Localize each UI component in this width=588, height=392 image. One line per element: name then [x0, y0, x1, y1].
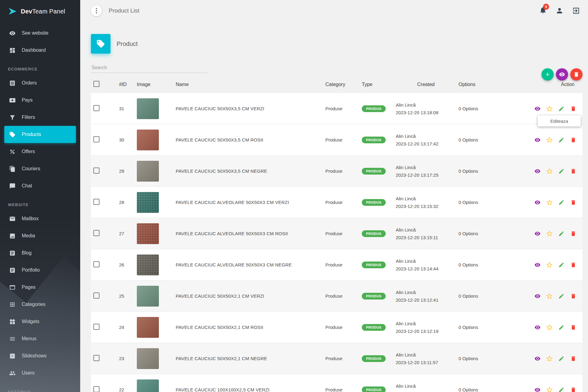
row-checkbox[interactable] [93, 230, 99, 236]
edit-icon[interactable] [558, 106, 564, 112]
delete-icon[interactable] [570, 231, 576, 237]
row-checkbox[interactable] [93, 199, 99, 205]
view-icon[interactable] [534, 199, 541, 205]
favorite-icon[interactable] [546, 137, 552, 143]
table-row[interactable]: 23 PAVELE CAUCIUC 50X50X2,1 CM NEGRE Pro… [91, 343, 582, 374]
favorite-icon[interactable] [546, 293, 552, 299]
delete-icon[interactable] [570, 199, 576, 205]
account-icon[interactable] [556, 7, 564, 15]
product-image[interactable] [137, 223, 159, 244]
favorite-icon[interactable] [546, 262, 552, 268]
sidebar-item-pages[interactable]: Pages [0, 279, 80, 296]
delete-button[interactable] [570, 68, 582, 81]
product-image[interactable] [137, 161, 159, 182]
edit-icon[interactable] [558, 168, 564, 174]
sidebar-item-couriers[interactable]: Couriers [0, 160, 80, 177]
favorite-icon[interactable] [546, 199, 552, 205]
favorite-icon[interactable] [546, 356, 552, 362]
row-checkbox[interactable] [93, 355, 99, 361]
view-icon[interactable] [534, 293, 541, 299]
row-checkbox[interactable] [93, 386, 99, 392]
view-icon[interactable] [534, 137, 541, 143]
favorite-icon[interactable] [546, 168, 552, 174]
favorite-icon[interactable] [546, 324, 552, 330]
sidebar-item-mailbox[interactable]: Mailbox [0, 210, 80, 227]
sidebar-item-dashboard[interactable]: Dashboard [0, 42, 80, 59]
table-row[interactable]: 27 PAVELE CAUCIUC ALVEOLARE 50X50X3 CM R… [91, 218, 582, 249]
sidebar-item-users[interactable]: Users [0, 364, 80, 382]
search-input[interactable] [91, 63, 207, 73]
sidebar-item-offers[interactable]: Offers [0, 143, 80, 160]
table-row[interactable]: 29 PAVELE CAUCIUC 50X50X3,5 CM NEGRE Pro… [91, 156, 582, 187]
view-icon[interactable] [534, 262, 541, 268]
favorite-icon[interactable] [546, 387, 552, 392]
brand[interactable]: DevTeam Panel [0, 0, 80, 23]
edit-icon[interactable] [558, 137, 564, 143]
delete-icon[interactable] [570, 324, 576, 330]
favorite-icon[interactable] [546, 231, 552, 237]
sidebar-item-media[interactable]: Media [0, 227, 80, 244]
sidebar-item-blog[interactable]: Blog [0, 244, 80, 262]
edit-icon[interactable] [558, 199, 564, 205]
delete-icon[interactable] [570, 293, 576, 299]
delete-icon[interactable] [570, 387, 576, 392]
notifications-button[interactable]: 0 [539, 6, 547, 15]
sidebar-item-orders[interactable]: Orders [0, 74, 80, 92]
table-row[interactable]: 22 PAVELE CAUCIUC 100X100X2,5 CM VERZI P… [91, 374, 582, 392]
add-button[interactable] [541, 68, 554, 81]
row-checkbox[interactable] [93, 324, 99, 330]
product-image[interactable] [137, 98, 159, 119]
edit-icon[interactable] [558, 293, 564, 299]
table-row[interactable]: 25 PAVELE CAUCIUC 50X50X2,1 CM VERZI Pro… [91, 281, 582, 312]
view-button[interactable] [556, 68, 568, 81]
row-checkbox[interactable] [93, 292, 99, 299]
view-icon[interactable] [534, 324, 541, 330]
view-icon[interactable] [534, 387, 541, 392]
logout-icon[interactable] [572, 7, 580, 15]
view-icon[interactable] [534, 106, 541, 112]
created-by: Alin Lincă [396, 382, 455, 390]
table-row[interactable]: 28 PAVELE CAUCIUC ALVEOLARE 50X50X3 CM V… [91, 187, 582, 218]
sidebar-item-filters[interactable]: Filters [0, 109, 80, 126]
table-row[interactable]: 30 PAVELE CAUCIUC 50X50X3,5 CM ROSII Pro… [91, 124, 582, 156]
edit-icon[interactable] [558, 324, 564, 330]
product-image[interactable] [137, 348, 159, 369]
edit-icon[interactable] [558, 262, 564, 268]
view-icon[interactable] [534, 356, 541, 362]
delete-icon[interactable] [570, 137, 576, 143]
sidebar-item-menus[interactable]: Menus [0, 330, 80, 347]
table-row[interactable]: 26 PAVELE CAUCIUC ALVEOLARE 50X50X3 CM N… [91, 249, 582, 281]
product-image[interactable] [137, 317, 159, 338]
row-checkbox[interactable] [93, 136, 99, 142]
view-icon[interactable] [534, 168, 541, 174]
delete-icon[interactable] [570, 106, 576, 112]
table-row[interactable]: 31 PAVELE CAUCIUC 50X50X3,5 CM VERZI Pro… [91, 93, 582, 124]
product-image[interactable] [137, 192, 159, 213]
menu-dots-button[interactable] [91, 5, 102, 16]
product-image[interactable] [137, 130, 159, 150]
edit-icon[interactable] [558, 231, 564, 237]
favorite-icon[interactable] [546, 106, 552, 112]
sidebar-item-categories[interactable]: Categories [0, 296, 80, 313]
view-icon[interactable] [534, 231, 541, 237]
table-row[interactable]: 24 PAVELE CAUCIUC 50X50X2,1 CM ROSII Pro… [91, 312, 582, 343]
sidebar-item-see-website[interactable]: See website [0, 24, 80, 42]
edit-icon[interactable] [558, 387, 564, 392]
row-checkbox[interactable] [93, 105, 99, 111]
sidebar-item-products[interactable]: Products [4, 126, 76, 143]
sidebar-item-portfolio[interactable]: Portfolio [0, 262, 80, 279]
delete-icon[interactable] [570, 168, 576, 174]
delete-icon[interactable] [570, 262, 576, 268]
product-image[interactable] [137, 286, 159, 307]
sidebar-item-chat[interactable]: Chat [0, 177, 80, 194]
sidebar-item-pays[interactable]: Pays [0, 92, 80, 109]
delete-icon[interactable] [570, 356, 576, 362]
sidebar-item-widgets[interactable]: Widgets [0, 313, 80, 330]
select-all-checkbox[interactable] [93, 81, 99, 87]
product-image[interactable] [137, 254, 159, 275]
product-image[interactable] [137, 379, 159, 392]
sidebar-item-slideshows[interactable]: Slideshows [0, 347, 80, 364]
edit-icon[interactable] [558, 356, 564, 362]
row-checkbox[interactable] [93, 261, 99, 267]
row-checkbox[interactable] [93, 168, 99, 174]
